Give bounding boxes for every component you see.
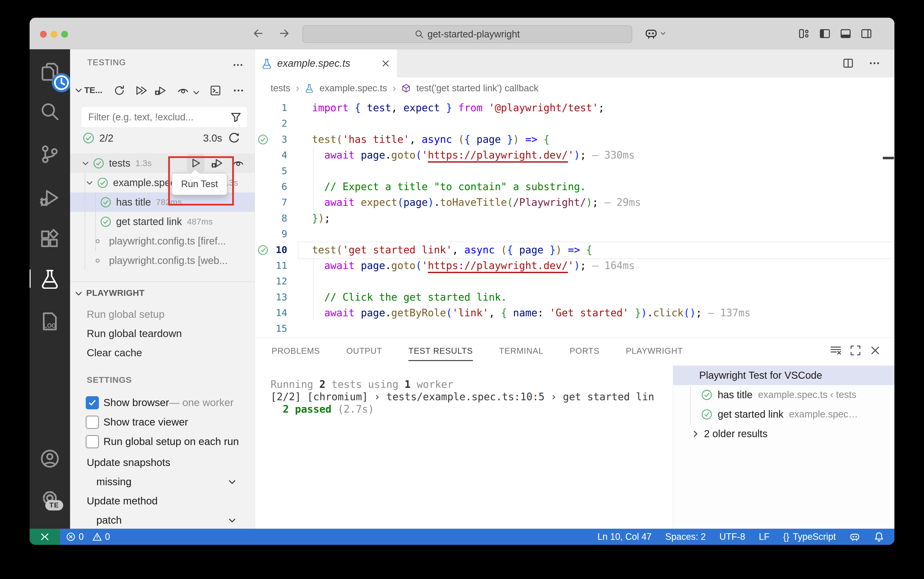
minimize-window-button[interactable] [51, 31, 57, 38]
toggle-panel-icon[interactable] [840, 28, 851, 39]
code-editor[interactable]: 1import { test, expect } from '@playwrig… [255, 99, 895, 337]
run-and-debug-icon[interactable] [40, 188, 60, 208]
watch-dropdown-icon[interactable] [192, 87, 201, 98]
rerun-icon[interactable] [227, 131, 240, 145]
checkbox[interactable] [86, 435, 99, 448]
debug-all-tests-icon[interactable] [154, 85, 166, 96]
indentation[interactable]: Spaces: 2 [665, 532, 706, 542]
output-log-icon[interactable]: LOG [40, 311, 60, 332]
results-indent-guide [690, 387, 691, 424]
run-test-tooltip: Run Test [172, 173, 227, 195]
account-icon[interactable] [40, 448, 60, 469]
code-line: 14 await page.getByRole('link', { name: … [255, 305, 895, 321]
tab-example-spec[interactable]: example.spec.ts [255, 49, 397, 77]
split-editor-icon[interactable] [842, 57, 854, 69]
close-window-button[interactable] [40, 31, 47, 38]
copilot-menu[interactable] [644, 27, 666, 40]
result-row[interactable]: has titleexample.spec.ts ‹ tests [673, 385, 895, 404]
playwright-action[interactable]: Clear cache [70, 343, 255, 362]
setting-select[interactable]: missing [70, 472, 255, 491]
copilot-status-icon[interactable] [849, 532, 860, 542]
pass-icon [93, 157, 105, 169]
maximize-panel-icon[interactable] [849, 344, 862, 357]
playwright-section-header[interactable]: PLAYWRIGHT [70, 286, 255, 302]
setting-checkbox-row[interactable]: Show browser— one worker [70, 393, 255, 412]
remote-indicator[interactable] [29, 529, 60, 545]
breadcrumb-file[interactable]: example.spec.ts [319, 83, 387, 93]
encoding[interactable]: UTF-8 [720, 532, 745, 542]
playwright-action[interactable]: Run global teardown [70, 324, 255, 343]
circle-small-icon [94, 257, 101, 265]
search-view-icon[interactable] [40, 101, 60, 122]
customize-layout-icon[interactable] [798, 28, 810, 39]
refresh-tests-icon[interactable] [114, 85, 125, 96]
older-results-row[interactable]: 2 older results [673, 424, 895, 443]
notifications-bell-icon[interactable] [874, 532, 884, 542]
code-text: // Expect a title "to contain" a substri… [255, 179, 895, 195]
test-filter[interactable] [81, 106, 248, 128]
close-tab-icon[interactable] [381, 59, 391, 68]
autorun-watch-icon[interactable] [177, 85, 189, 96]
run-all-tests-icon[interactable] [135, 85, 147, 96]
checkbox[interactable] [86, 415, 99, 429]
language-mode[interactable]: {} TypeScript [783, 532, 836, 542]
setting-label: Show browser [103, 397, 169, 409]
line-number: 2 [255, 116, 287, 131]
filter-icon[interactable] [230, 111, 242, 123]
panel-tab-playwright[interactable]: PLAYWRIGHT [626, 338, 683, 364]
settings-gear-icon[interactable]: TE [40, 488, 60, 508]
checkbox[interactable] [86, 396, 99, 409]
test-tree-row[interactable]: playwright.config.ts [web... [70, 251, 255, 270]
test-duration: 782ms [156, 197, 182, 207]
playwright-action[interactable]: Run global setup [70, 305, 255, 324]
cursor-position[interactable]: Ln 10, Col 47 [597, 532, 652, 542]
extensions-icon[interactable] [40, 229, 60, 249]
test-tree-row[interactable]: get started link487ms [70, 212, 255, 231]
view-more-actions-icon[interactable] [233, 85, 244, 96]
breadcrumb-symbol[interactable]: test('get started link') callback [416, 83, 538, 93]
back-icon[interactable] [252, 27, 264, 39]
test-tree-row[interactable]: playwright.config.ts [firef... [70, 231, 255, 251]
command-center-search[interactable]: get-started-playwright [303, 25, 632, 43]
editor-more-actions-icon[interactable] [868, 57, 880, 69]
test-filter-input[interactable] [81, 111, 230, 123]
eol-sequence[interactable]: LF [759, 532, 770, 542]
setting-select[interactable]: patch [70, 510, 255, 529]
section-collapse-icon[interactable] [74, 86, 83, 95]
explorer-icon[interactable] [40, 62, 60, 82]
test-results-output[interactable]: Running 2 tests using 1 worker[2/2] [chr… [255, 364, 673, 529]
debug-test-button[interactable] [208, 154, 226, 172]
forward-icon[interactable] [278, 27, 290, 39]
panel-tab-ports[interactable]: PORTS [570, 338, 600, 364]
test-tree-row[interactable]: has title782ms [70, 192, 255, 212]
sidebar-more-actions-icon[interactable] [232, 59, 244, 70]
panel-tab-output[interactable]: OUTPUT [346, 338, 382, 364]
source-control-icon[interactable] [40, 144, 60, 164]
results-run-header[interactable]: Playwright Test for VSCode [673, 366, 895, 385]
setting-checkbox-row[interactable]: Run global setup on each run [70, 432, 255, 451]
panel-tab-problems[interactable]: PROBLEMS [271, 338, 320, 364]
history-nav [252, 27, 290, 39]
test-tree-row[interactable]: tests1.3s [70, 154, 255, 173]
testing-icon[interactable] [40, 268, 60, 289]
show-test-output-icon[interactable] [209, 85, 221, 96]
test-label: playwright.config.ts [firef... [109, 236, 226, 247]
toggle-primary-sidebar-icon[interactable] [819, 28, 831, 39]
debug-big-icon [40, 188, 60, 208]
pass-icon [100, 216, 111, 227]
problems-status[interactable]: 0 0 [66, 532, 110, 542]
panel-tab-test-results[interactable]: TEST RESULTS [409, 338, 473, 364]
breadcrumb-folder[interactable]: tests [271, 83, 290, 93]
clear-output-icon[interactable] [830, 344, 842, 357]
panel-tab-terminal[interactable]: TERMINAL [499, 338, 543, 364]
zoom-window-button[interactable] [61, 31, 68, 38]
setting-select-label: Update method [70, 491, 255, 510]
watch-test-button[interactable] [229, 154, 247, 172]
toggle-secondary-sidebar-icon[interactable] [860, 28, 872, 39]
result-row[interactable]: get started linkexample.spec… [673, 404, 895, 424]
pass-icon [257, 244, 268, 256]
line-number: 5 [255, 163, 287, 179]
close-panel-icon[interactable] [869, 344, 881, 357]
line-number: 6 [255, 179, 287, 195]
setting-checkbox-row[interactable]: Show trace viewer [70, 412, 255, 432]
